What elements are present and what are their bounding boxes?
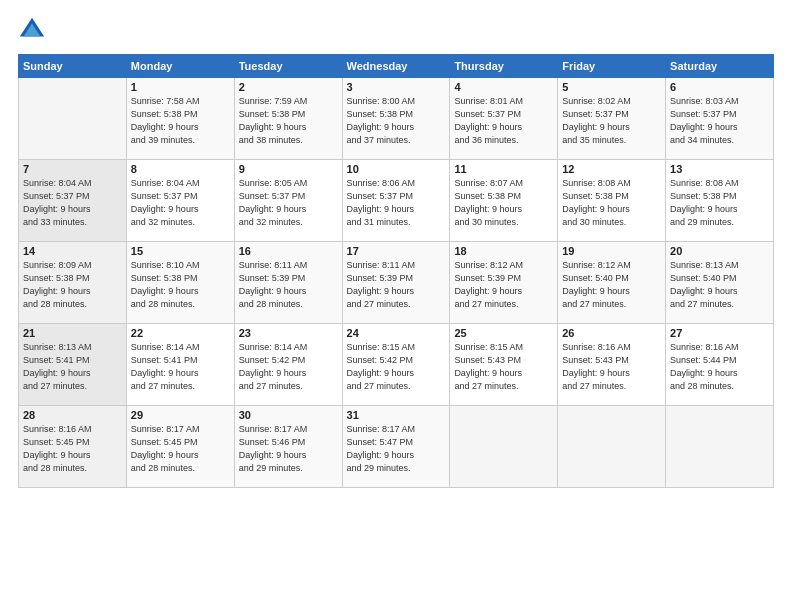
day-info: Sunrise: 7:58 AM Sunset: 5:38 PM Dayligh… (131, 95, 230, 147)
day-info: Sunrise: 8:07 AM Sunset: 5:38 PM Dayligh… (454, 177, 553, 229)
day-info: Sunrise: 8:08 AM Sunset: 5:38 PM Dayligh… (670, 177, 769, 229)
day-number: 23 (239, 327, 338, 339)
calendar-container: SundayMondayTuesdayWednesdayThursdayFrid… (0, 0, 792, 612)
day-number: 24 (347, 327, 446, 339)
day-info: Sunrise: 8:13 AM Sunset: 5:40 PM Dayligh… (670, 259, 769, 311)
day-number: 7 (23, 163, 122, 175)
calendar-cell: 23Sunrise: 8:14 AM Sunset: 5:42 PM Dayli… (234, 324, 342, 406)
calendar-week-row: 21Sunrise: 8:13 AM Sunset: 5:41 PM Dayli… (19, 324, 774, 406)
day-info: Sunrise: 8:17 AM Sunset: 5:46 PM Dayligh… (239, 423, 338, 475)
day-number: 25 (454, 327, 553, 339)
calendar-cell: 3Sunrise: 8:00 AM Sunset: 5:38 PM Daylig… (342, 78, 450, 160)
day-info: Sunrise: 8:04 AM Sunset: 5:37 PM Dayligh… (23, 177, 122, 229)
calendar-cell: 6Sunrise: 8:03 AM Sunset: 5:37 PM Daylig… (666, 78, 774, 160)
calendar-cell: 15Sunrise: 8:10 AM Sunset: 5:38 PM Dayli… (126, 242, 234, 324)
calendar-cell: 1Sunrise: 7:58 AM Sunset: 5:38 PM Daylig… (126, 78, 234, 160)
calendar-cell: 24Sunrise: 8:15 AM Sunset: 5:42 PM Dayli… (342, 324, 450, 406)
calendar-cell: 25Sunrise: 8:15 AM Sunset: 5:43 PM Dayli… (450, 324, 558, 406)
day-info: Sunrise: 8:17 AM Sunset: 5:47 PM Dayligh… (347, 423, 446, 475)
day-number: 8 (131, 163, 230, 175)
day-info: Sunrise: 8:12 AM Sunset: 5:40 PM Dayligh… (562, 259, 661, 311)
day-info: Sunrise: 8:02 AM Sunset: 5:37 PM Dayligh… (562, 95, 661, 147)
day-number: 30 (239, 409, 338, 421)
day-info: Sunrise: 8:10 AM Sunset: 5:38 PM Dayligh… (131, 259, 230, 311)
calendar-cell: 22Sunrise: 8:14 AM Sunset: 5:41 PM Dayli… (126, 324, 234, 406)
day-info: Sunrise: 8:08 AM Sunset: 5:38 PM Dayligh… (562, 177, 661, 229)
day-info: Sunrise: 8:00 AM Sunset: 5:38 PM Dayligh… (347, 95, 446, 147)
day-info: Sunrise: 7:59 AM Sunset: 5:38 PM Dayligh… (239, 95, 338, 147)
day-number: 31 (347, 409, 446, 421)
calendar-week-row: 1Sunrise: 7:58 AM Sunset: 5:38 PM Daylig… (19, 78, 774, 160)
day-number: 16 (239, 245, 338, 257)
day-number: 4 (454, 81, 553, 93)
day-number: 9 (239, 163, 338, 175)
calendar-cell: 27Sunrise: 8:16 AM Sunset: 5:44 PM Dayli… (666, 324, 774, 406)
day-number: 19 (562, 245, 661, 257)
weekday-header-saturday: Saturday (666, 55, 774, 78)
day-number: 18 (454, 245, 553, 257)
calendar-cell: 18Sunrise: 8:12 AM Sunset: 5:39 PM Dayli… (450, 242, 558, 324)
weekday-header-row: SundayMondayTuesdayWednesdayThursdayFrid… (19, 55, 774, 78)
day-info: Sunrise: 8:13 AM Sunset: 5:41 PM Dayligh… (23, 341, 122, 393)
day-number: 27 (670, 327, 769, 339)
calendar-cell: 17Sunrise: 8:11 AM Sunset: 5:39 PM Dayli… (342, 242, 450, 324)
calendar-cell: 14Sunrise: 8:09 AM Sunset: 5:38 PM Dayli… (19, 242, 127, 324)
calendar-cell: 9Sunrise: 8:05 AM Sunset: 5:37 PM Daylig… (234, 160, 342, 242)
calendar-week-row: 7Sunrise: 8:04 AM Sunset: 5:37 PM Daylig… (19, 160, 774, 242)
day-info: Sunrise: 8:12 AM Sunset: 5:39 PM Dayligh… (454, 259, 553, 311)
day-info: Sunrise: 8:16 AM Sunset: 5:43 PM Dayligh… (562, 341, 661, 393)
logo (18, 16, 50, 44)
day-info: Sunrise: 8:14 AM Sunset: 5:41 PM Dayligh… (131, 341, 230, 393)
weekday-header-tuesday: Tuesday (234, 55, 342, 78)
calendar-cell: 21Sunrise: 8:13 AM Sunset: 5:41 PM Dayli… (19, 324, 127, 406)
calendar-cell: 31Sunrise: 8:17 AM Sunset: 5:47 PM Dayli… (342, 406, 450, 488)
calendar-cell (450, 406, 558, 488)
day-number: 22 (131, 327, 230, 339)
weekday-header-wednesday: Wednesday (342, 55, 450, 78)
day-number: 2 (239, 81, 338, 93)
weekday-header-sunday: Sunday (19, 55, 127, 78)
day-info: Sunrise: 8:04 AM Sunset: 5:37 PM Dayligh… (131, 177, 230, 229)
day-number: 15 (131, 245, 230, 257)
calendar-cell: 16Sunrise: 8:11 AM Sunset: 5:39 PM Dayli… (234, 242, 342, 324)
day-info: Sunrise: 8:15 AM Sunset: 5:43 PM Dayligh… (454, 341, 553, 393)
calendar-cell: 29Sunrise: 8:17 AM Sunset: 5:45 PM Dayli… (126, 406, 234, 488)
calendar-cell: 26Sunrise: 8:16 AM Sunset: 5:43 PM Dayli… (558, 324, 666, 406)
day-number: 29 (131, 409, 230, 421)
day-info: Sunrise: 8:11 AM Sunset: 5:39 PM Dayligh… (347, 259, 446, 311)
calendar-week-row: 14Sunrise: 8:09 AM Sunset: 5:38 PM Dayli… (19, 242, 774, 324)
day-info: Sunrise: 8:14 AM Sunset: 5:42 PM Dayligh… (239, 341, 338, 393)
logo-icon (18, 16, 46, 44)
header (18, 16, 774, 44)
day-number: 1 (131, 81, 230, 93)
day-info: Sunrise: 8:05 AM Sunset: 5:37 PM Dayligh… (239, 177, 338, 229)
day-number: 13 (670, 163, 769, 175)
day-number: 17 (347, 245, 446, 257)
day-number: 28 (23, 409, 122, 421)
calendar-cell: 2Sunrise: 7:59 AM Sunset: 5:38 PM Daylig… (234, 78, 342, 160)
day-number: 14 (23, 245, 122, 257)
calendar-cell (19, 78, 127, 160)
day-number: 11 (454, 163, 553, 175)
calendar-cell: 8Sunrise: 8:04 AM Sunset: 5:37 PM Daylig… (126, 160, 234, 242)
calendar-cell: 10Sunrise: 8:06 AM Sunset: 5:37 PM Dayli… (342, 160, 450, 242)
day-info: Sunrise: 8:09 AM Sunset: 5:38 PM Dayligh… (23, 259, 122, 311)
calendar-cell: 4Sunrise: 8:01 AM Sunset: 5:37 PM Daylig… (450, 78, 558, 160)
day-number: 20 (670, 245, 769, 257)
calendar-cell: 13Sunrise: 8:08 AM Sunset: 5:38 PM Dayli… (666, 160, 774, 242)
day-info: Sunrise: 8:01 AM Sunset: 5:37 PM Dayligh… (454, 95, 553, 147)
calendar-cell: 11Sunrise: 8:07 AM Sunset: 5:38 PM Dayli… (450, 160, 558, 242)
weekday-header-thursday: Thursday (450, 55, 558, 78)
calendar-cell: 19Sunrise: 8:12 AM Sunset: 5:40 PM Dayli… (558, 242, 666, 324)
day-info: Sunrise: 8:16 AM Sunset: 5:45 PM Dayligh… (23, 423, 122, 475)
day-number: 5 (562, 81, 661, 93)
calendar-week-row: 28Sunrise: 8:16 AM Sunset: 5:45 PM Dayli… (19, 406, 774, 488)
calendar-cell: 7Sunrise: 8:04 AM Sunset: 5:37 PM Daylig… (19, 160, 127, 242)
day-number: 12 (562, 163, 661, 175)
weekday-header-friday: Friday (558, 55, 666, 78)
calendar-cell: 28Sunrise: 8:16 AM Sunset: 5:45 PM Dayli… (19, 406, 127, 488)
calendar-cell: 20Sunrise: 8:13 AM Sunset: 5:40 PM Dayli… (666, 242, 774, 324)
day-info: Sunrise: 8:16 AM Sunset: 5:44 PM Dayligh… (670, 341, 769, 393)
calendar-table: SundayMondayTuesdayWednesdayThursdayFrid… (18, 54, 774, 488)
day-info: Sunrise: 8:15 AM Sunset: 5:42 PM Dayligh… (347, 341, 446, 393)
